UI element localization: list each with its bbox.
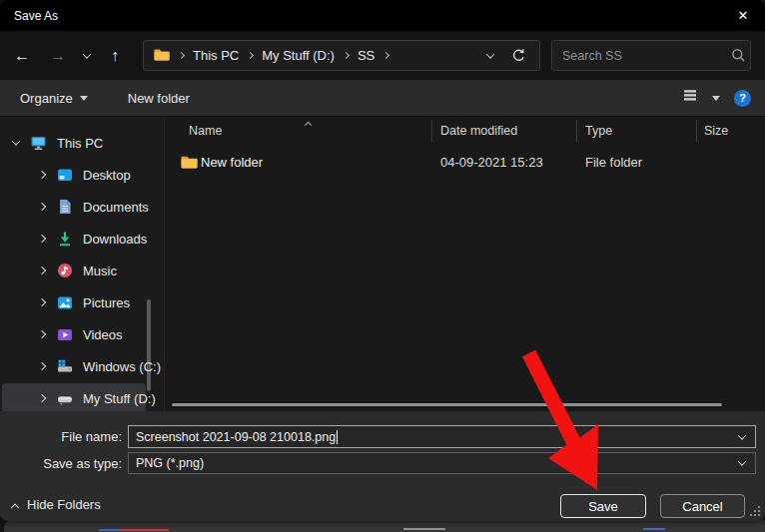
- breadcrumb-this-pc[interactable]: This PC: [193, 48, 239, 63]
- navigation-bar: ← → ↑ This PC My Stuff (D:) SS: [0, 31, 765, 80]
- address-bar[interactable]: This PC My Stuff (D:) SS: [143, 40, 540, 71]
- text-caret: [337, 430, 338, 444]
- column-divider[interactable]: [576, 120, 577, 142]
- sidebar-item-label: Videos: [83, 327, 123, 342]
- file-list-pane: Name Date modified Type Size Ne: [164, 117, 765, 411]
- file-name-value: Screenshot 2021-09-08 210018.png: [129, 430, 336, 444]
- search-icon[interactable]: [727, 48, 750, 63]
- sidebar-item-label: Downloads: [83, 232, 147, 247]
- music-icon: [56, 263, 73, 278]
- sidebar-item-documents[interactable]: Documents: [0, 191, 164, 223]
- background-window-sliver: [4, 520, 765, 532]
- chevron-down-icon: [83, 50, 91, 58]
- this-pc-icon: [30, 135, 47, 151]
- hide-folders-label: Hide Folders: [27, 497, 101, 512]
- sidebar-item-label: Music: [83, 264, 117, 278]
- search-input[interactable]: [552, 49, 727, 63]
- new-folder-button[interactable]: New folder: [128, 91, 190, 106]
- documents-icon: [56, 199, 73, 215]
- sidebar-item-label: Windows (C:): [83, 359, 161, 374]
- pictures-icon: [56, 294, 73, 310]
- file-name-cell: New folder: [201, 155, 263, 170]
- column-header-name[interactable]: Name: [189, 124, 222, 138]
- details-view-icon[interactable]: [682, 89, 698, 107]
- file-row-new-folder[interactable]: New folder 04-09-2021 15:23 File folder: [169, 148, 719, 178]
- sidebar-item-label: Documents: [83, 200, 149, 215]
- sidebar-item-this-pc[interactable]: This PC: [0, 127, 164, 159]
- horizontal-scrollbar[interactable]: [172, 403, 722, 406]
- save-as-type-label: Save as type:: [0, 456, 122, 471]
- save-button[interactable]: Save: [560, 494, 646, 518]
- column-header-date-modified[interactable]: Date modified: [440, 124, 517, 138]
- new-folder-label: New folder: [128, 91, 190, 106]
- breadcrumb-separator-icon: [178, 52, 185, 59]
- view-dropdown-icon[interactable]: [712, 96, 720, 101]
- back-button[interactable]: ←: [8, 40, 36, 71]
- address-dropdown-button[interactable]: [477, 53, 503, 59]
- chevron-right-icon[interactable]: [38, 171, 46, 179]
- view-controls: ?: [682, 89, 751, 107]
- save-as-type-select[interactable]: PNG (*.png): [128, 452, 756, 474]
- organize-label: Organize: [20, 91, 73, 106]
- sidebar-scrollbar[interactable]: [147, 299, 151, 391]
- sidebar-item-my-stuff-d[interactable]: My Stuff (D:): [0, 382, 164, 414]
- breadcrumb-separator-icon: [343, 52, 350, 59]
- breadcrumb-separator-icon: [247, 52, 254, 59]
- title-bar: Save As ✕: [0, 0, 765, 31]
- column-divider[interactable]: [696, 120, 697, 142]
- refresh-button[interactable]: [503, 48, 533, 63]
- sidebar-item-pictures[interactable]: Pictures: [0, 286, 164, 318]
- column-header-size[interactable]: Size: [704, 124, 728, 138]
- background-sliver-blue: [643, 528, 665, 530]
- close-icon[interactable]: ✕: [721, 0, 765, 31]
- chevron-up-icon: [11, 503, 19, 511]
- chevron-right-icon[interactable]: [38, 235, 46, 243]
- chevron-down-icon[interactable]: [738, 431, 746, 439]
- taskbar-sliver-red: [119, 529, 169, 531]
- folder-icon: [154, 47, 170, 65]
- chevron-right-icon[interactable]: [38, 394, 46, 402]
- file-name-input[interactable]: Screenshot 2021-09-08 210018.png: [128, 425, 756, 448]
- dialog-footer: File name: Screenshot 2021-09-08 210018.…: [0, 411, 765, 521]
- command-toolbar: Organize New folder ?: [0, 80, 765, 117]
- chevron-right-icon[interactable]: [38, 266, 46, 274]
- help-icon[interactable]: ?: [734, 90, 751, 107]
- file-date-cell: 04-09-2021 15:23: [440, 155, 543, 170]
- chevron-right-icon[interactable]: [38, 203, 46, 211]
- chevron-right-icon[interactable]: [38, 298, 46, 306]
- up-button[interactable]: ↑: [101, 40, 129, 71]
- breadcrumb-my-stuff[interactable]: My Stuff (D:): [262, 48, 335, 63]
- chevron-right-icon[interactable]: [38, 362, 46, 370]
- drive-icon: [56, 390, 73, 406]
- navigation-pane: This PC Desktop: [0, 117, 164, 411]
- cancel-button[interactable]: Cancel: [660, 494, 745, 518]
- chevron-right-icon[interactable]: [38, 330, 46, 338]
- resize-grip[interactable]: [750, 506, 760, 516]
- file-type-cell: File folder: [585, 155, 642, 170]
- sidebar-item-desktop[interactable]: Desktop: [0, 159, 164, 191]
- recent-locations-dropdown[interactable]: [76, 40, 98, 71]
- forward-button[interactable]: →: [44, 40, 72, 71]
- column-header-row: Name Date modified Type Size: [165, 117, 765, 145]
- chevron-down-icon[interactable]: [12, 137, 20, 145]
- file-name-label: File name:: [0, 429, 122, 444]
- dialog-body: This PC Desktop: [0, 117, 765, 411]
- sidebar-item-label: This PC: [57, 136, 103, 151]
- sidebar-item-downloads[interactable]: Downloads: [0, 223, 164, 255]
- sidebar-item-music[interactable]: Music: [0, 255, 164, 286]
- search-box: [551, 40, 751, 71]
- folder-icon: [181, 155, 198, 172]
- sort-ascending-icon: [305, 122, 312, 129]
- column-header-type[interactable]: Type: [585, 124, 612, 138]
- breadcrumb-separator-icon: [382, 52, 389, 59]
- sidebar-item-windows-c[interactable]: Windows (C:): [0, 350, 164, 382]
- sidebar-item-videos[interactable]: Videos: [0, 318, 164, 350]
- breadcrumb-ss[interactable]: SS: [358, 48, 375, 63]
- taskbar-sliver-blue: [99, 529, 119, 531]
- sidebar-item-label: My Stuff (D:): [83, 391, 156, 406]
- organize-button[interactable]: Organize: [20, 91, 88, 106]
- hide-folders-button[interactable]: Hide Folders: [12, 497, 101, 512]
- chevron-down-icon[interactable]: [738, 457, 746, 465]
- column-divider[interactable]: [431, 120, 432, 142]
- background-sliver-gray: [403, 528, 445, 530]
